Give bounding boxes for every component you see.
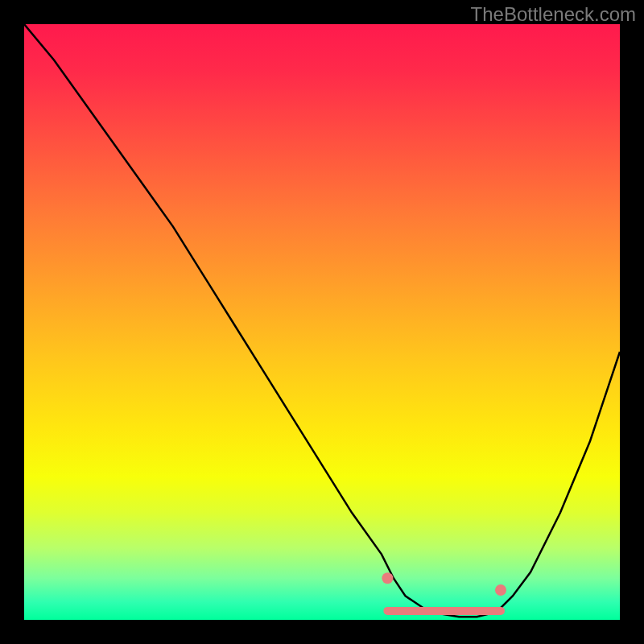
- watermark-text: TheBottleneck.com: [471, 3, 636, 26]
- plot-area: [24, 24, 620, 620]
- bottleneck-curve: [24, 24, 620, 617]
- highlight-dot-right: [495, 584, 506, 596]
- curve-layer: [24, 24, 620, 620]
- chart-container: TheBottleneck.com: [0, 0, 644, 644]
- highlight-dot-left: [382, 572, 393, 584]
